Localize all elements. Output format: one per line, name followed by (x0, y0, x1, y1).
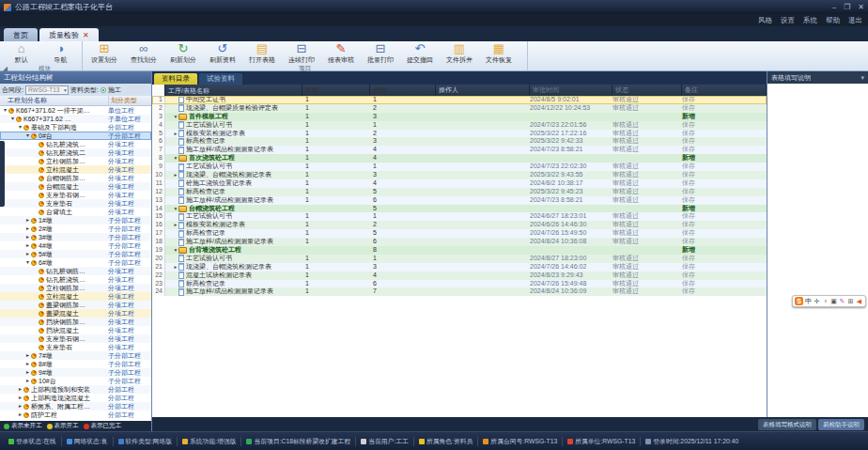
ribbon-button[interactable]: ▤ 打开表格 (243, 42, 281, 65)
ime-icon[interactable]: ⊞ (846, 296, 855, 306)
ribbon-button[interactable]: ⊞ 设置划分 (85, 42, 123, 65)
table-row[interactable]: 24 施工放样/成品检测测量记录表 1 7 2024/8/24 10:36:09… (152, 287, 767, 296)
tree-row[interactable]: ▸ 10#台 子分部工程 (0, 377, 151, 385)
ribbon-button[interactable]: ◑ 导航 (42, 42, 80, 65)
expander-icon[interactable]: ▸ (17, 385, 23, 394)
ribbon-button[interactable]: ⊟ 连续打印 (283, 42, 320, 65)
expander-icon[interactable]: ▸ (24, 351, 31, 360)
expander-icon[interactable]: ▾ (24, 258, 31, 267)
tree-row[interactable]: ▸ 4#墩 子分部工程 (0, 241, 151, 250)
tree-row[interactable]: ▸ 防护工程 分部工程 (0, 411, 151, 419)
table-row[interactable]: 16 ▸ 模板安装检测记录表 1 2 2024/6/26 14:46:30 审核… (152, 221, 767, 229)
ribbon-button[interactable]: ⌂ 默认 (3, 42, 40, 65)
tree-row[interactable]: 钻孔桩钢筋… 分项工程 (0, 267, 151, 275)
expander-icon[interactable]: ▾ (17, 123, 23, 132)
table-row[interactable]: 19 ▾ 台背墙浇筑砼工程 8 新增 (152, 246, 767, 255)
menu-item[interactable]: 设置 (781, 16, 795, 25)
ime-icon[interactable]: ▣ (829, 296, 838, 306)
ime-logo-icon[interactable]: S (795, 297, 803, 305)
expander-icon[interactable]: ▸ (24, 233, 31, 241)
tree-row[interactable]: 立柱钢筋加… 分项工程 (0, 157, 151, 165)
ribbon-button[interactable]: ▥ 文件拆并 (441, 42, 478, 65)
table-row[interactable]: 7 施工放样/成品检测测量记录表 1 4 2024/7/23 8:58:21 审… (152, 146, 767, 154)
tree-row[interactable]: 台帽混凝土 分项工程 (0, 182, 151, 191)
table-row[interactable]: 3 ▾ 首件模板工程 1 3 新增 (152, 113, 767, 121)
ribbon-button[interactable]: ↻ 刷新划分 (164, 42, 202, 65)
table-row[interactable]: 14 ▾ 台帽浇筑砼工程 5 新增 (152, 205, 767, 213)
ribbon-button[interactable]: ▦ 文件恢复 (480, 42, 518, 65)
table-row[interactable]: 1 中间交工证书 1 1 2024/8/5 9:02:01 审核通过 保存 (152, 96, 767, 104)
menu-item[interactable]: 帮助 (826, 16, 840, 25)
tree-row[interactable]: 支座垫石 分项工程 (0, 343, 151, 351)
tree-row[interactable]: 立柱钢筋加… 分项工程 (0, 284, 151, 292)
table-row[interactable]: 18 施工放样/成品检测测量记录表 1 6 2024/8/24 10:36:08… (152, 238, 767, 246)
ime-icon[interactable]: ♀ (821, 296, 829, 306)
table-row[interactable]: 4 工艺试验认可书 1 1 2024/7/23 22:01:56 审核通过 保存 (152, 121, 767, 130)
ime-icon[interactable]: 中 (804, 296, 813, 306)
tree-row[interactable]: ▸ 桥面系、附属工程… 分部工程 (0, 402, 151, 411)
tree-row[interactable]: ▾ K667+371.62 一排干渠… 单位工程 (0, 106, 151, 115)
tree-row[interactable]: 支座垫石钢… 分项工程 (0, 334, 151, 343)
tree-row[interactable]: ▸ 5#墩 子分部工程 (0, 250, 151, 258)
tree-row[interactable]: ▸ 上部构造预制和安装 分部工程 (0, 385, 151, 394)
docked-tab[interactable]: 易检助手说明 (818, 419, 864, 430)
tree-row[interactable]: 盖梁钢筋加… 分项工程 (0, 301, 151, 309)
tree-row[interactable]: ▾ 0#台 子分部工程 (0, 132, 151, 140)
table-row[interactable]: 10 ▸ 现浇梁、台帽浇筑检测记录表 1 3 2025/3/22 9:43:55… (152, 171, 767, 179)
tree-row[interactable]: 钻孔桩浇筑… 分项工程 (0, 140, 151, 148)
tree-row[interactable]: ▸ 7#墩 子分部工程 (0, 351, 151, 360)
tree-row[interactable]: 盖梁混凝土 分项工程 (0, 309, 151, 318)
menu-item[interactable]: 系统 (803, 16, 817, 25)
table-row[interactable]: 5 ▸ 模板安装检测记录表 1 2 2025/3/22 17:22:16 审核通… (152, 130, 767, 138)
tab-home[interactable]: 首页 (4, 28, 38, 41)
window-control-button[interactable]: ✕ (858, 3, 864, 11)
tab-quality-inspection[interactable]: 质量检验 ✕ (39, 28, 99, 41)
ime-icon[interactable]: ✎ (838, 296, 846, 306)
expander-icon[interactable]: ▸ (17, 394, 23, 402)
tree-row[interactable]: 台背填土 分项工程 (0, 208, 151, 216)
expander-icon[interactable]: ▸ (17, 402, 23, 411)
expander-icon[interactable]: ▾ (9, 115, 16, 123)
construction-radio[interactable] (101, 87, 106, 93)
tree-row[interactable]: ▾ K667+371.62 … 子单位工程 (0, 115, 151, 123)
menu-item[interactable]: 退出 (848, 16, 862, 25)
column-pages[interactable]: 页数 (302, 85, 370, 96)
table-row[interactable]: 2 现浇梁、台帽梁质量检验评定表 1 2 2024/12/22 10:24:53… (152, 104, 767, 113)
table-row[interactable]: 21 ▸ 现浇梁、台帽浇筑检测记录表 1 3 2024/7/26 14:46:0… (152, 263, 767, 272)
ribbon-button[interactable]: ⊟ 批量打印 (362, 42, 399, 65)
tree-row[interactable]: 钻孔桩浇筑… 分项工程 (0, 275, 151, 284)
pin-icon[interactable]: ▾ (860, 71, 864, 84)
tree-row[interactable]: 支座垫石 分项工程 (0, 199, 151, 208)
tree-row[interactable]: ▾ 基础及下部构造 分部工程 (0, 123, 151, 132)
table-row[interactable]: 20 工艺试验认可书 1 1 2024/8/27 18:23:00 审核通过 保… (152, 255, 767, 263)
expander-icon[interactable]: ▸ (17, 411, 23, 419)
tree-row[interactable]: ▸ 8#墩 子分部工程 (0, 360, 151, 368)
window-control-button[interactable]: – (832, 3, 836, 11)
expander-icon[interactable]: ▾ (2, 106, 8, 115)
column-form-name[interactable]: 工序/表格名称 (165, 85, 302, 96)
table-row[interactable]: 13 施工放样/成品检测测量记录表 1 6 2024/7/23 8:58:21 … (152, 196, 767, 205)
table-row[interactable]: 8 ▾ 首次浇筑砼工程 1 4 新增 (152, 154, 767, 163)
tree-row[interactable]: 挡块钢筋加… 分项工程 (0, 318, 151, 326)
column-operator[interactable]: 操作人 (436, 85, 530, 96)
table-row[interactable]: 17 标高检查记录 1 5 2024/7/26 15:49:50 审核通过 保存 (152, 229, 767, 238)
ime-icon[interactable]: ✛ (813, 296, 821, 306)
tree-row[interactable]: ▸ 9#墩 子分部工程 (0, 368, 151, 377)
tree-row[interactable]: ▾ 6#墩 子分部工程 (0, 258, 151, 267)
tab-test-data[interactable]: 试验资料 (199, 73, 242, 85)
expander-icon[interactable]: ▸ (24, 216, 31, 225)
table-row[interactable]: 23 标高检查记录 1 6 2024/7/26 15:49:48 审核通过 保存 (152, 280, 767, 288)
tree-row[interactable]: ▸ 1#墩 子分部工程 (0, 216, 151, 225)
tree-row[interactable]: 挡块混凝土 分项工程 (0, 326, 151, 334)
table-row[interactable]: 9 工艺试验认可书 1 1 2024/7/23 22:02:30 审核通过 保存 (152, 163, 767, 171)
ribbon-button[interactable]: ∞ 查找划分 (125, 42, 163, 65)
ime-icon[interactable]: ◀ (855, 296, 863, 306)
expander-icon[interactable]: ▸ (24, 360, 31, 368)
expander-icon[interactable]: ▸ (24, 377, 31, 385)
close-tab-icon[interactable]: ✕ (83, 31, 89, 39)
tree-row[interactable]: 台帽钢筋加… 分项工程 (0, 174, 151, 182)
tree-row[interactable]: 支座垫石钢… 分项工程 (0, 191, 151, 199)
column-approve-time[interactable]: 审批时间 (530, 85, 612, 96)
ribbon-button[interactable]: ↶ 提交撤回 (401, 42, 439, 65)
table-row[interactable]: 22 混凝土试块检测记录表 1 4 2024/8/23 9:29:43 审核通过… (152, 272, 767, 280)
